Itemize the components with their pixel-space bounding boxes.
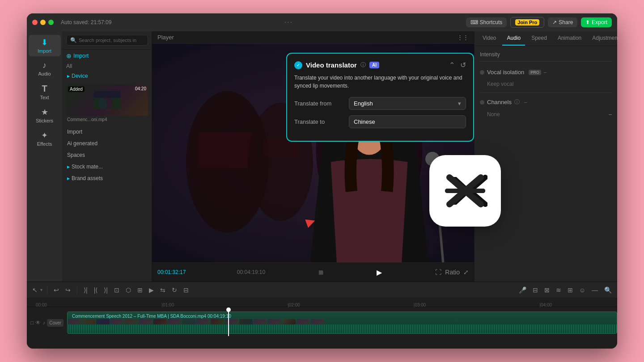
sidebar-item-ai-generated[interactable]: Ai generated — [63, 138, 152, 149]
vocal-info-icon[interactable]: – — [544, 69, 547, 76]
extend-tool[interactable]: ⊟ — [182, 286, 191, 295]
audio-waveform — [68, 324, 617, 333]
close-button[interactable] — [32, 20, 38, 25]
tab-animation[interactable]: Animation — [553, 31, 586, 46]
select-dropdown[interactable]: ▾ — [40, 287, 42, 292]
fullscreen-icon[interactable]: ⛶ — [435, 269, 441, 276]
auto-saved-label: Auto saved: 21:57:09 — [61, 19, 111, 25]
loop-tool[interactable]: ↻ — [170, 286, 179, 295]
dropdown-arrow-icon: ▾ — [458, 100, 461, 107]
share-button[interactable]: ↗ Share — [548, 17, 577, 27]
channels-settings-icon[interactable]: – — [609, 111, 612, 118]
timeline-right-tools: 🎤 ⊟ ⊠ ≋ ⊞ ☺ — 🔍 — [517, 286, 614, 295]
shield-tool[interactable]: ⬡ — [124, 286, 133, 295]
ruler-mark-1: |01:00 — [162, 303, 174, 307]
join-pro-button[interactable]: Join Pro — [510, 17, 544, 28]
split-right-tool[interactable]: ⟩| — [102, 286, 110, 295]
tab-adjustment[interactable]: Adjustment — [588, 31, 617, 46]
mirror-tool[interactable]: ⊞ — [136, 286, 144, 295]
sidebar-item-stickers[interactable]: ★ Stickers — [29, 105, 61, 126]
split-left-tool[interactable]: |⟨ — [92, 286, 100, 295]
minus-tool[interactable]: — — [590, 286, 600, 295]
sidebar-item-spaces[interactable]: Spaces — [63, 149, 152, 161]
tab-audio[interactable]: Audio — [502, 31, 525, 46]
maximize-button[interactable] — [48, 20, 54, 25]
sticker-tool[interactable]: ☺ — [577, 286, 587, 295]
zoom-icon[interactable]: 🔍 — [602, 286, 614, 295]
vocal-isolation-toggle[interactable] — [480, 70, 484, 75]
intensity-label: Intensity — [480, 51, 612, 58]
translate-from-select[interactable]: English ▾ — [349, 97, 466, 110]
current-time: 00:01:32:17 — [157, 269, 186, 275]
thumb-mini-9 — [182, 319, 195, 324]
search-area: 🔍 Search project, subjects in — [63, 31, 152, 50]
microphone-icon[interactable]: 🎤 — [517, 286, 528, 295]
channels-dash[interactable]: – — [524, 99, 527, 105]
sidebar-item-import[interactable]: ⬇ Import — [29, 35, 61, 56]
split-tool-2[interactable]: ⊠ — [542, 286, 551, 295]
sidebar-item-stock[interactable]: ▶ Stock mate... — [63, 161, 152, 173]
vt-description: Translate your video into another langua… — [294, 74, 466, 90]
export-button[interactable]: ⬆ Export — [581, 17, 612, 27]
visibility-icon[interactable]: 👁 — [35, 320, 41, 326]
sidebar-item-brand[interactable]: ▶ Brand assets — [63, 173, 152, 184]
select-tool[interactable]: ↖ — [30, 286, 39, 295]
check-icon: ✓ — [294, 61, 302, 69]
audio-icon[interactable]: ♪ — [42, 320, 45, 326]
shortcuts-icon: ⌨ — [470, 19, 478, 25]
connect-tool[interactable]: ⊟ — [531, 286, 540, 295]
expand-icon[interactable]: ⌃ — [449, 61, 455, 69]
triangle-icon: ▶ — [67, 177, 70, 181]
sidebar-item-audio[interactable]: ♪ Audio — [29, 58, 61, 79]
sidebar-item-effects[interactable]: ✦ Effects — [29, 128, 61, 149]
redo-button[interactable]: ↪ — [64, 286, 72, 295]
divider-2 — [77, 286, 77, 295]
undo-button[interactable]: ↩ — [52, 286, 61, 295]
tab-video[interactable]: Video — [478, 31, 500, 46]
none-label: None — [480, 111, 500, 118]
translate-to-select[interactable]: Chinese — [349, 115, 466, 128]
audio-icon: ♪ — [42, 61, 47, 70]
sidebar-item-text[interactable]: T Text — [29, 81, 61, 103]
more-options-icon[interactable]: ··· — [284, 18, 293, 26]
crop-tool[interactable]: ⊡ — [112, 286, 121, 295]
player-controls: 00:01:32:17 00:04:19:10 ▦ ▶ ⛶ Ratio ⤢ — [152, 262, 474, 282]
flip-tool[interactable]: ⇆ — [158, 286, 167, 295]
main-area: ⬇ Import ♪ Audio T Text ★ Stickers ✦ Eff… — [27, 31, 617, 282]
player-more-icon[interactable]: ⋮⋮ — [457, 34, 469, 41]
channels-toggle[interactable] — [480, 100, 484, 105]
minimize-button[interactable] — [40, 20, 46, 25]
split-tool[interactable]: ⟩| — [82, 286, 89, 295]
expand-player-icon[interactable]: ⤢ — [463, 269, 469, 276]
channels-info-icon[interactable]: ⓘ — [514, 98, 520, 106]
tab-speed[interactable]: Speed — [527, 31, 551, 46]
ratio-button[interactable]: Ratio — [445, 269, 460, 276]
traffic-lights — [32, 20, 54, 25]
track-controls: □ 👁 ♪ Cover — [27, 319, 67, 327]
link-tool[interactable]: ⊞ — [566, 286, 575, 295]
video-frame: ✓ Video translator ⓘ AI ⌃ ↺ Translate yo… — [152, 44, 474, 262]
thumb-mini-4 — [110, 319, 124, 324]
import-icon: ⬇ — [41, 38, 48, 47]
cover-button[interactable]: Cover — [47, 319, 64, 327]
info-icon[interactable]: ⓘ — [360, 61, 366, 69]
refresh-icon[interactable]: ↺ — [460, 61, 466, 69]
media-thumbnail[interactable]: Added 04:20 — [66, 84, 148, 116]
wave-tool[interactable]: ≋ — [554, 286, 563, 295]
thumb-mini-1 — [68, 319, 81, 324]
sidebar-item-device[interactable]: ▶ Device — [63, 70, 152, 82]
play-button[interactable]: ▶ — [373, 265, 386, 279]
player-content: ✓ Video translator ⓘ AI ⌃ ↺ Translate yo… — [152, 44, 474, 262]
grid-icon[interactable]: ▦ — [318, 269, 323, 275]
divider-1 — [47, 286, 47, 295]
clip-thumbnails — [68, 319, 617, 324]
import-button[interactable]: ⊕ Import — [66, 52, 89, 59]
lock-icon[interactable]: □ — [30, 320, 34, 326]
video-clip[interactable]: Commencement Speech 2012 – Full-Time MBA… — [67, 311, 617, 334]
search-input[interactable]: 🔍 Search project, subjects in — [66, 35, 148, 46]
sidebar-item-import[interactable]: Import — [63, 126, 152, 138]
svg-rect-6 — [198, 132, 257, 168]
shortcuts-button[interactable]: ⌨ Shortcuts — [466, 17, 507, 27]
vocal-isolation-row: Vocal isolation PRO – — [480, 69, 612, 76]
play-timeline-tool[interactable]: ▶ — [147, 286, 156, 295]
